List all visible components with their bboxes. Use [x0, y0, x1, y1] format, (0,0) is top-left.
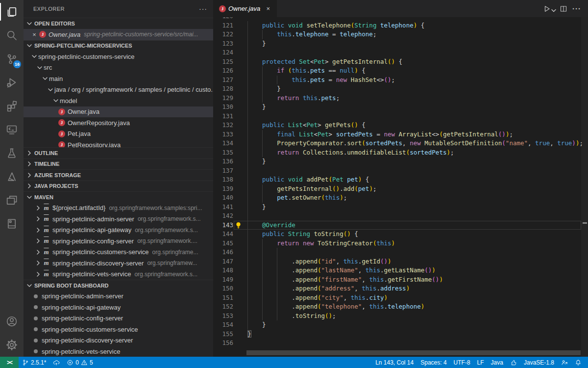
- code-line-120: 120: [247, 17, 581, 21]
- boot-dashboard-item[interactable]: spring-petclinic-vets-service: [24, 346, 213, 357]
- sync-status[interactable]: [49, 357, 63, 368]
- section-maven[interactable]: MAVEN: [24, 191, 213, 203]
- code-editor[interactable]: 120121public void setTelephone(String te…: [213, 17, 588, 357]
- problems-status[interactable]: 05: [63, 357, 96, 368]
- indentation[interactable]: Spaces: 4: [417, 357, 450, 368]
- extensions-icon[interactable]: [0, 94, 24, 118]
- code-token: }: [262, 203, 266, 210]
- maven-item[interactable]: mspring-petclinic-config-serverorg.sprin…: [24, 236, 213, 247]
- code-token: ): [446, 149, 450, 156]
- tab-close-icon[interactable]: ×: [264, 5, 272, 12]
- vertical-scrollbar[interactable]: [581, 17, 588, 357]
- open-editor-label: Owner.java: [49, 31, 80, 38]
- java-server-status[interactable]: [507, 357, 520, 368]
- code-line-text: return Collections.unmodifiableList(sort…: [247, 148, 581, 158]
- section-workspace[interactable]: SPRING-PETCLINIC-MICROSERVICES: [24, 40, 213, 52]
- section-workspace-label: SPRING-PETCLINIC-MICROSERVICES: [34, 43, 132, 49]
- tree-item-owner-java[interactable]: JOwner.java: [24, 106, 213, 118]
- notifications[interactable]: [571, 357, 585, 368]
- boot-dashboard-item[interactable]: spring-petclinic-admin-server: [24, 291, 213, 302]
- chevron-right-icon: [34, 237, 42, 245]
- tree-item-ownerrepository-java[interactable]: JOwnerRepository.java: [24, 117, 213, 129]
- explorer-icon[interactable]: [0, 0, 24, 24]
- maven-item[interactable]: mspring-petclinic-discovery-serverorg.sp…: [24, 258, 213, 269]
- section-outline[interactable]: OUTLINE: [24, 147, 213, 158]
- indent-guide: [247, 30, 248, 39]
- boot-dashboard-item[interactable]: spring-petclinic-discovery-server: [24, 335, 213, 346]
- code-line-text: protected Set<Pet> getPetsInternal() {: [247, 57, 581, 67]
- source-control-icon[interactable]: 16: [0, 47, 24, 71]
- code-line-131: 131: [247, 112, 581, 121]
- code-token: this: [362, 285, 376, 292]
- notebook-icon[interactable]: [0, 212, 24, 236]
- windows-stack-icon[interactable]: [0, 188, 24, 212]
- language-mode[interactable]: Java: [488, 357, 507, 368]
- section-spring-boot-dashboard[interactable]: SPRING BOOT DASHBOARD: [24, 280, 213, 291]
- boot-item-label: spring-petclinic-customers-service: [42, 326, 138, 333]
- maven-icon: m: [43, 248, 50, 256]
- code-token: toString: [295, 312, 325, 319]
- boot-dashboard-item[interactable]: spring-petclinic-customers-service: [24, 324, 213, 335]
- code-token: ,: [336, 258, 343, 265]
- horizontal-scrollbar[interactable]: [246, 350, 581, 355]
- remote-indicator[interactable]: ><: [0, 357, 19, 368]
- tree-item-spring-petclinic-customers-service[interactable]: spring-petclinic-customers-service: [24, 51, 213, 62]
- code-line-text: return new ToStringCreator(this): [247, 239, 581, 248]
- account-icon[interactable]: [0, 310, 24, 333]
- code-token: ;: [509, 131, 513, 138]
- code-token: .: [384, 276, 388, 283]
- maven-item[interactable]: mspring-petclinic-admin-serverorg.spring…: [24, 213, 213, 225]
- azure-icon[interactable]: [0, 165, 24, 188]
- maven-item-description: org.springframew...: [147, 260, 197, 266]
- encoding[interactable]: UTF-8: [450, 357, 474, 368]
- section-timeline[interactable]: TIMELINE: [24, 158, 213, 170]
- split-editor-button[interactable]: [560, 5, 567, 13]
- tree-item-src[interactable]: src: [24, 62, 213, 74]
- remote-explorer-icon[interactable]: [0, 118, 24, 141]
- tree-item-model[interactable]: model: [24, 95, 213, 106]
- search-icon[interactable]: [0, 24, 24, 47]
- feedback[interactable]: [558, 357, 571, 368]
- boot-dashboard-item[interactable]: spring-petclinic-config-server: [24, 313, 213, 324]
- section-java-projects[interactable]: JAVA PROJECTS: [24, 181, 213, 192]
- cursor-position[interactable]: Ln 143, Col 14: [372, 357, 417, 368]
- line-number: 121: [213, 21, 233, 30]
- sidebar-more-actions[interactable]: ···: [199, 5, 207, 13]
- indent-guide: [262, 30, 263, 39]
- maven-item[interactable]: mspring-petclinic-vets-serviceorg.spring…: [24, 269, 213, 280]
- editor-more-button[interactable]: ···: [572, 4, 581, 13]
- run-button[interactable]: [543, 5, 555, 13]
- tree-item-pet-java[interactable]: JPet.java: [24, 129, 213, 140]
- open-editor-item-owner-java[interactable]: ×JOwner.javaspring-petclinic-customers-s…: [24, 29, 213, 40]
- java-runtime[interactable]: JavaSE-1.8: [520, 357, 558, 368]
- maven-item[interactable]: mspring-petclinic-customers-serviceorg.s…: [24, 247, 213, 258]
- indent-guide: [247, 312, 248, 321]
- settings-gear-icon[interactable]: [0, 333, 24, 357]
- maven-item[interactable]: m${project.artifactId}org.springframewor…: [24, 203, 213, 214]
- run-debug-icon[interactable]: [0, 71, 24, 94]
- maven-item[interactable]: mspring-petclinic-api-gatewayorg.springf…: [24, 225, 213, 236]
- code-line-text: [247, 211, 581, 221]
- code-token: {: [351, 230, 358, 237]
- tree-item-java-org-springframework-samples-petclinic-custo-[interactable]: java / org / springframework / samples /…: [24, 84, 213, 96]
- tree-item-petrepository-java[interactable]: JPetRepository.java: [24, 139, 213, 147]
- section-open-editors[interactable]: OPEN EDITORS: [24, 18, 213, 29]
- eol[interactable]: LF: [474, 357, 488, 368]
- branch-status[interactable]: 2.5.1*: [19, 357, 49, 368]
- boot-dashboard-item[interactable]: spring-petclinic-api-gateway: [24, 302, 213, 313]
- code-token: ): [388, 258, 392, 265]
- code-line-text: getPetsInternal().add(pet);: [247, 184, 581, 194]
- code-token: sortedPets: [366, 139, 402, 147]
- code-token: ArrayList: [399, 131, 432, 138]
- code-token: Pet: [318, 131, 329, 138]
- code-token: new: [303, 239, 318, 247]
- tab-owner-java[interactable]: J Owner.java ×: [213, 0, 277, 17]
- tree-item-main[interactable]: main: [24, 73, 213, 84]
- lightbulb-icon[interactable]: [235, 222, 242, 229]
- test-beaker-icon[interactable]: [0, 141, 24, 165]
- code-token: ): [421, 303, 425, 310]
- editor-group: J Owner.java × ··· 120121public void set…: [213, 0, 588, 357]
- section-azure-storage[interactable]: AZURE STORAGE: [24, 169, 213, 181]
- close-icon[interactable]: ×: [30, 31, 38, 38]
- tree-item-label: model: [60, 97, 77, 105]
